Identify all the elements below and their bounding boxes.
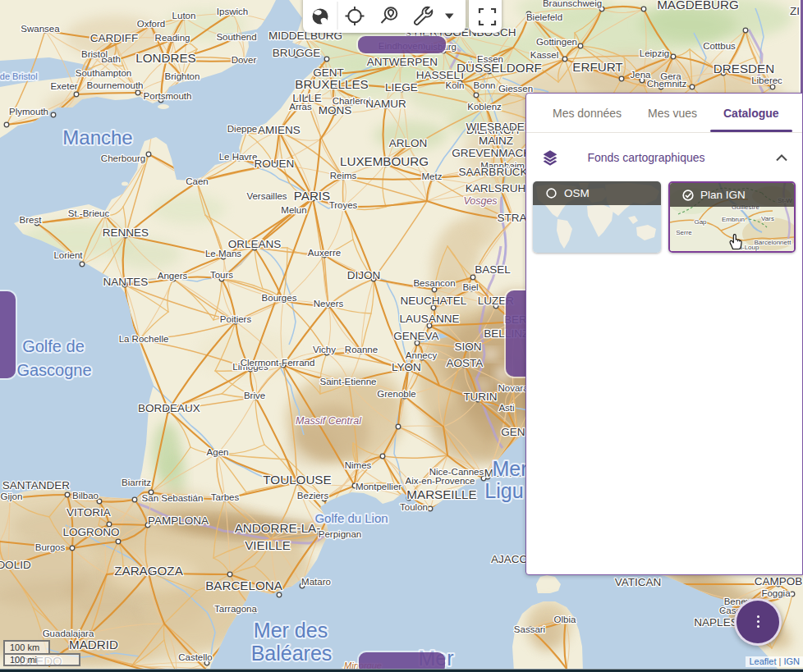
svg-text:CARDIFF: CARDIFF — [90, 32, 139, 44]
svg-text:NEUCHATEL: NEUCHATEL — [401, 295, 467, 307]
svg-text:Ipswich: Ipswich — [217, 7, 248, 16]
svg-text:VATICAN: VATICAN — [615, 576, 662, 588]
svg-text:Metz: Metz — [422, 171, 443, 181]
svg-text:Olbia: Olbia — [554, 615, 576, 624]
svg-text:BASEL: BASEL — [475, 263, 511, 276]
svg-text:Golfe du Lion: Golfe du Lion — [314, 511, 388, 525]
svg-text:Bilbao: Bilbao — [72, 491, 99, 501]
svg-text:ANDORRE-LA-: ANDORRE-LA- — [235, 521, 321, 535]
svg-text:KARLSRUHE: KARLSRUHE — [466, 182, 534, 194]
svg-text:Koblenz: Koblenz — [467, 102, 502, 112]
svg-text:BORDEAUX: BORDEAUX — [138, 402, 200, 414]
svg-text:BRUGGE: BRUGGE — [273, 47, 321, 59]
svg-text:Chemnitz: Chemnitz — [647, 79, 687, 89]
svg-text:SANTANDER: SANTANDER — [2, 479, 71, 491]
svg-text:Melun: Melun — [281, 205, 306, 215]
svg-text:ROUEN: ROUEN — [255, 158, 295, 170]
svg-text:ZI: ZI — [790, 5, 800, 17]
svg-text:Versailles: Versailles — [246, 191, 287, 201]
svg-text:NAPLES: NAPLES — [694, 616, 737, 629]
svg-text:Gottingen: Gottingen — [536, 37, 577, 47]
svg-text:Roanne: Roanne — [345, 345, 378, 354]
svg-text:NANTES: NANTES — [103, 276, 149, 288]
svg-text:DIJON: DIJON — [347, 269, 381, 281]
svg-text:Serre: Serre — [676, 229, 692, 236]
svg-text:Arras: Arras — [289, 102, 312, 112]
svg-text:Gijon: Gijon — [1, 491, 23, 501]
svg-text:Grenoble: Grenoble — [377, 389, 415, 399]
svg-text:Baléares: Baléares — [251, 642, 333, 665]
svg-text:PAMPLONA: PAMPLONA — [148, 514, 209, 527]
svg-text:CAMPOB: CAMPOB — [755, 575, 803, 587]
svg-text:GENEVA: GENEVA — [393, 330, 438, 342]
svg-text:AOSTA: AOSTA — [447, 357, 484, 369]
svg-text:Foggia: Foggia — [761, 588, 791, 598]
svg-text:Ligu: Ligu — [484, 479, 523, 502]
svg-text:Annecy: Annecy — [406, 350, 438, 360]
svg-text:Bournemouth: Bournemouth — [86, 80, 143, 90]
svg-text:BARCELONA: BARCELONA — [205, 578, 283, 592]
svg-text:Leipzig: Leipzig — [640, 48, 669, 58]
svg-text:Angers: Angers — [158, 271, 188, 281]
svg-text:Plymouth: Plymouth — [9, 107, 48, 117]
svg-text:Nevers: Nevers — [314, 299, 344, 309]
svg-text:Agen: Agen — [207, 447, 229, 457]
svg-text:Novara: Novara — [498, 383, 529, 393]
svg-text:ANTWERPEN: ANTWERPEN — [367, 56, 438, 68]
svg-text:ERFURT: ERFURT — [572, 60, 622, 74]
svg-text:Bonn: Bonn — [474, 80, 496, 90]
svg-text:TURIN: TURIN — [463, 391, 497, 403]
svg-text:Nice-Cannes: Nice-Cannes — [429, 467, 484, 477]
svg-text:Mer des: Mer des — [254, 619, 328, 642]
svg-text:LYON: LYON — [392, 361, 421, 373]
svg-text:Vichy: Vichy — [313, 345, 336, 354]
svg-text:Le Mans: Le Mans — [205, 249, 241, 258]
svg-text:Biarritz: Biarritz — [122, 478, 151, 487]
svg-text:WIESBADEN: WIESBADEN — [466, 121, 532, 133]
svg-text:Gap: Gap — [694, 218, 707, 226]
svg-text:Tarbes: Tarbes — [211, 492, 240, 502]
svg-text:AJACCI: AJACCI — [491, 553, 530, 565]
svg-text:Castello: Castello — [178, 652, 213, 662]
svg-text:Troyes: Troyes — [329, 200, 358, 210]
svg-text:Beziers: Beziers — [297, 491, 329, 501]
svg-text:Caen: Caen — [186, 176, 209, 186]
svg-text:Dover: Dover — [232, 55, 257, 65]
svg-text:Toulon: Toulon — [400, 502, 428, 512]
svg-text:Poitiers: Poitiers — [220, 314, 252, 324]
svg-text:Perpignan: Perpignan — [319, 529, 361, 539]
svg-text:NAMUR: NAMUR — [365, 98, 406, 110]
svg-text:Southend: Southend — [216, 32, 256, 42]
svg-text:Nimes: Nimes — [345, 460, 372, 470]
svg-text:Aix-en-Provence: Aix-en-Provence — [405, 476, 475, 486]
svg-text:Essen: Essen — [477, 54, 503, 64]
svg-text:Biel: Biel — [462, 282, 478, 292]
svg-text:Sassari: Sassari — [514, 624, 545, 634]
svg-text:SION: SION — [454, 341, 481, 353]
svg-text:San Sebastián: San Sebastián — [142, 493, 204, 503]
svg-text:Luton: Luton — [172, 11, 196, 21]
svg-text:LONDRES: LONDRES — [135, 51, 195, 65]
svg-text:MAINZ: MAINZ — [479, 135, 513, 147]
svg-text:MONS: MONS — [319, 104, 352, 117]
svg-text:Dieppe: Dieppe — [227, 124, 257, 134]
svg-text:Cottbus: Cottbus — [703, 41, 736, 51]
svg-text:GEN: GEN — [501, 426, 525, 438]
svg-text:ZARAGOZA: ZARAGOZA — [114, 564, 183, 578]
svg-text:LAUSANNE: LAUSANNE — [400, 313, 460, 325]
svg-text:Vars: Vars — [761, 215, 774, 222]
svg-text:Besancon: Besancon — [413, 278, 455, 288]
svg-text:Vosges: Vosges — [463, 195, 497, 207]
svg-text:Cherbourg: Cherbourg — [101, 153, 145, 163]
svg-text:Mer: Mer — [492, 457, 527, 480]
svg-text:Portsmouth: Portsmouth — [144, 91, 192, 101]
svg-text:La Rochelle: La Rochelle — [119, 334, 169, 344]
svg-text:MARSEILLE: MARSEILLE — [406, 487, 476, 501]
svg-text:DOLID: DOLID — [0, 559, 31, 571]
svg-text:Manche: Manche — [62, 126, 132, 149]
svg-text:Bourges: Bourges — [262, 293, 297, 303]
svg-text:AMIENS: AMIENS — [258, 124, 301, 136]
svg-text:Montpellier: Montpellier — [356, 482, 402, 491]
svg-text:Auxerre: Auxerre — [308, 248, 341, 258]
svg-text:PARIS: PARIS — [294, 189, 330, 203]
